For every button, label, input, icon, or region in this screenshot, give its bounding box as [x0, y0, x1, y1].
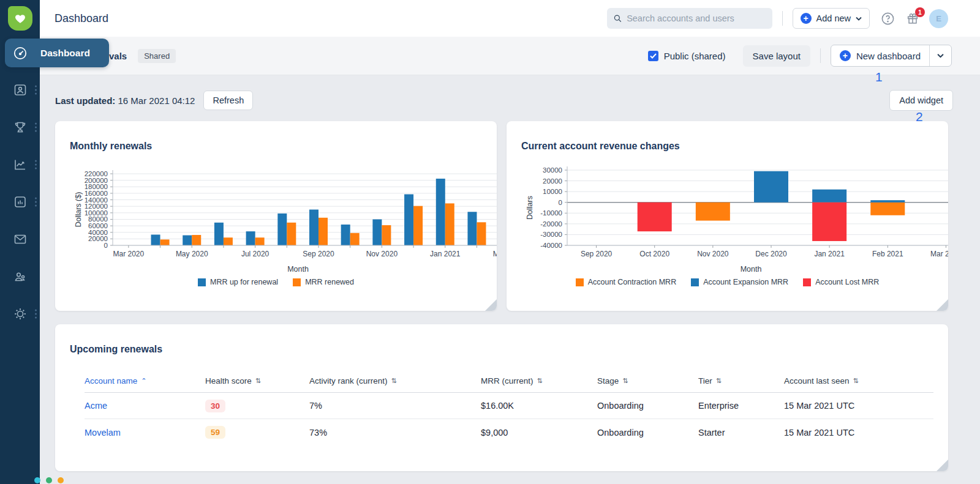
svg-text:Mar 2021: Mar 2021: [930, 250, 948, 258]
sidebar-item-analytics[interactable]: [0, 151, 40, 178]
last-updated: Last updated: 16 Mar 2021 04:12: [55, 95, 195, 106]
sort-icon: ⇅: [391, 377, 397, 385]
resize-handle[interactable]: [937, 460, 948, 471]
new-dashboard-button[interactable]: + New dashboard: [831, 45, 929, 66]
public-shared-label[interactable]: Public (shared): [664, 51, 726, 61]
monthly-renewals-chart: 0200004000060000800001000001200001400001…: [70, 165, 497, 274]
whats-new-button[interactable]: 1: [906, 12, 919, 25]
column-header-account-last-seen[interactable]: Account last seen⇅: [784, 376, 933, 385]
resize-handle[interactable]: [937, 299, 948, 311]
column-header-account-name[interactable]: Account name⌃: [85, 376, 205, 385]
svg-text:Jan 2021: Jan 2021: [814, 250, 845, 258]
new-dashboard-menu-button[interactable]: [929, 45, 951, 66]
column-label: Account last seen: [784, 376, 850, 385]
sidebar-item-reports[interactable]: [0, 188, 40, 215]
envelope-icon: [13, 232, 28, 247]
kebab-menu-icon[interactable]: [35, 86, 37, 95]
table-row: Movelam5973%$9,000OnboardingStarter15 Ma…: [85, 419, 933, 445]
heart-icon: [14, 12, 26, 24]
svg-text:Sep 2020: Sep 2020: [581, 250, 612, 258]
svg-text:Oct 2020: Oct 2020: [639, 250, 669, 258]
upcoming-renewals-table: Account name⌃Health score⇅Activity rank …: [85, 370, 933, 445]
avatar[interactable]: E: [929, 9, 948, 28]
annotation-marker-1: 1: [875, 70, 883, 84]
add-new-button[interactable]: + Add new: [793, 8, 870, 29]
account-card-icon: [13, 83, 28, 97]
trophy-icon: [13, 120, 28, 135]
plus-icon: +: [840, 50, 851, 61]
chart-legend: Account Contraction MRRAccount Expansion…: [521, 278, 933, 286]
svg-text:100000: 100000: [85, 209, 108, 217]
chevron-down-icon: [937, 53, 944, 58]
legend-item: Account Lost MRR: [803, 278, 879, 286]
question-circle-icon: [881, 12, 895, 26]
chat-launcher-dots[interactable]: [34, 477, 64, 483]
column-header-health-score[interactable]: Health score⇅: [205, 376, 309, 385]
column-header-activity-rank-current-[interactable]: Activity rank (current)⇅: [309, 376, 481, 385]
legend-item: MRR renewed: [293, 278, 354, 286]
cell-health-score: 59: [205, 426, 309, 439]
sidebar-item-users[interactable]: [0, 263, 40, 290]
kebab-menu-icon[interactable]: [35, 198, 37, 207]
upcoming-renewals-widget: Upcoming renewals Account name⌃Health sc…: [55, 324, 948, 471]
legend-label: MRR renewed: [305, 278, 354, 286]
resize-handle[interactable]: [485, 299, 497, 311]
tooltip-label: Dashboard: [36, 48, 104, 59]
svg-text:Sep 2020: Sep 2020: [303, 250, 334, 258]
save-layout-button[interactable]: Save layout: [743, 45, 810, 67]
svg-text:160000: 160000: [85, 190, 108, 197]
account-link[interactable]: Acme: [85, 401, 107, 411]
dashboard-toolbar: Last updated: 16 Mar 2021 04:12 Refresh …: [55, 90, 948, 111]
public-shared-checkbox[interactable]: [648, 51, 658, 61]
account-link[interactable]: Movelam: [85, 428, 121, 437]
svg-text:Jan 2021: Jan 2021: [430, 250, 461, 258]
refresh-button[interactable]: Refresh: [203, 91, 253, 110]
svg-text:40000: 40000: [88, 229, 108, 236]
kebab-menu-icon[interactable]: [35, 123, 37, 132]
widget-title: Upcoming renewals: [70, 344, 933, 355]
sidebar-item-messages[interactable]: [0, 226, 40, 253]
global-search[interactable]: [607, 8, 772, 29]
svg-text:Nov 2020: Nov 2020: [697, 250, 729, 258]
line-chart-icon: [13, 157, 28, 172]
legend-item: MRR up for renewal: [198, 278, 278, 286]
svg-text:Dollars: Dollars: [526, 196, 534, 220]
app-logo[interactable]: [8, 6, 32, 31]
kebab-menu-icon[interactable]: [35, 310, 37, 319]
new-dashboard-split-button: + New dashboard: [831, 45, 952, 67]
svg-text:Mar 2021: Mar 2021: [493, 250, 497, 258]
svg-text:120000: 120000: [85, 203, 108, 210]
legend-item: Account Contraction MRR: [576, 278, 677, 286]
chevron-down-icon: [856, 17, 862, 21]
table-header-row: Account name⌃Health score⇅Activity rank …: [85, 370, 933, 393]
dot-yellow: [58, 477, 64, 483]
svg-text:Mar 2020: Mar 2020: [113, 250, 144, 258]
add-widget-button[interactable]: Add widget: [889, 90, 953, 111]
sort-icon: ⇅: [853, 377, 859, 385]
dashboard-tab-label[interactable]: vals: [109, 51, 127, 61]
sidebar-item-accounts[interactable]: [0, 76, 40, 103]
dashboard-tooltip: Dashboard: [5, 39, 109, 67]
svg-text:Jul 2020: Jul 2020: [241, 250, 270, 258]
sidebar-item-settings[interactable]: [0, 300, 40, 327]
health-score-badge: 30: [205, 400, 225, 412]
svg-text:20000: 20000: [88, 235, 108, 242]
kebab-menu-icon[interactable]: [35, 160, 37, 169]
widget-title: Monthly renewals: [70, 141, 482, 152]
column-header-stage[interactable]: Stage⇅: [597, 376, 698, 385]
cell-activity-rank: 7%: [309, 401, 481, 411]
legend-swatch: [293, 278, 301, 286]
dot-green: [46, 477, 52, 483]
legend-label: Account Lost MRR: [815, 278, 879, 286]
sidebar-item-success[interactable]: [0, 114, 40, 141]
cell-stage: Onboarding: [597, 401, 698, 411]
legend-swatch: [576, 278, 584, 286]
add-new-label: Add new: [816, 13, 851, 23]
svg-text:0: 0: [559, 199, 562, 206]
column-label: Health score: [205, 376, 252, 385]
search-input[interactable]: [627, 13, 766, 23]
help-button[interactable]: [881, 12, 895, 26]
column-header-mrr-current-[interactable]: MRR (current)⇅: [481, 376, 597, 385]
column-header-tier[interactable]: Tier⇅: [698, 376, 784, 385]
cell-tier: Enterprise: [698, 401, 784, 411]
